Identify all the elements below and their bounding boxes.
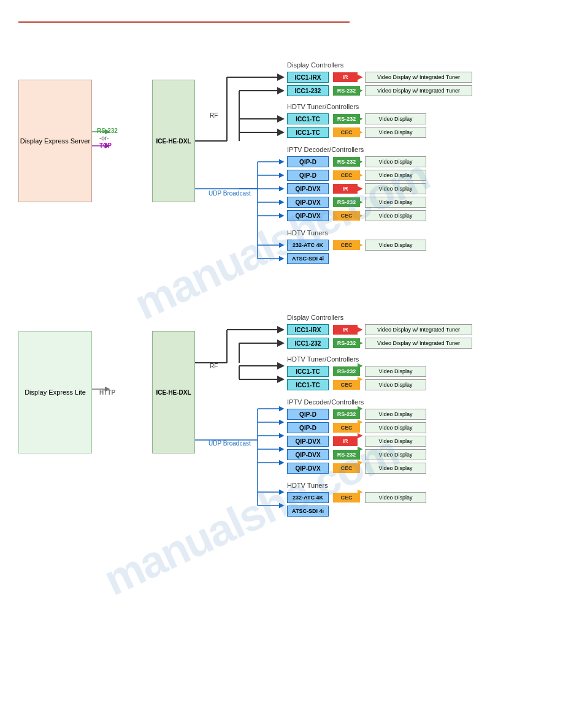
display-controllers-label-top: Display Controllers: [287, 61, 343, 69]
atscSdi-box-top: ATSC-SDI 4i: [287, 253, 329, 264]
rs232-sig-3-top: RS-232: [333, 157, 360, 167]
icc1tc1-box-bottom: ICC1-TC: [287, 366, 329, 377]
atscSdi-box-bottom: ATSC-SDI 4i: [287, 506, 329, 517]
server-label-top: Display Express Server: [20, 137, 90, 145]
ir-sig-1-top: IR: [333, 72, 358, 82]
output-1-bottom: Video Display w/ Integrated Tuner: [365, 324, 472, 335]
hdtv-tuners-label-bottom: HDTV Tuners: [287, 482, 328, 489]
icc1232-box-top: ICC1-232: [287, 85, 329, 96]
rs232-sig-4-bottom: RS-232: [333, 450, 360, 460]
iptv-decoder-label-top: IPTV Decoder/Controllers: [287, 146, 364, 153]
output-5-bottom: Video Display: [365, 409, 426, 420]
ir-sig-2-top: IR: [333, 184, 358, 194]
iptv-decoder-label-bottom: IPTV Decoder/Controllers: [287, 398, 364, 406]
output-3-bottom: Video Display: [365, 366, 426, 377]
output-6-top: Video Display: [365, 170, 426, 181]
tcp-label-top: TCP: [99, 142, 112, 149]
output-7-bottom: Video Display: [365, 436, 426, 447]
cec-sig-3-top: CEC: [333, 211, 360, 221]
cec-sig-3-bottom: CEC: [333, 463, 360, 473]
rf-label-top: RF: [210, 112, 218, 119]
rs232-label-top: RS-232: [97, 127, 118, 134]
icc1232-box-bottom: ICC1-232: [287, 338, 329, 349]
or-label-top: -or-: [99, 135, 109, 142]
output-4-top: Video Display: [365, 127, 426, 138]
icc1tc2-box-top: ICC1-TC: [287, 127, 329, 138]
output-10-bottom: Video Display: [365, 492, 426, 503]
hdtv-tuners-label-top: HDTV Tuners: [287, 229, 328, 237]
server-box-bottom: Display Express Lite: [18, 331, 92, 453]
qipdvx3-box-bottom: QIP-DVX: [287, 463, 329, 474]
udp-label-top: UDP Broadcast: [209, 190, 251, 197]
hdtv-tuner-label-bottom: HDTV Tuner/Controllers: [287, 355, 359, 363]
cec-sig-1-top: CEC: [333, 127, 360, 137]
ice-label-bottom: ICE-HE-DXL: [156, 389, 191, 396]
output-5-top: Video Display: [365, 156, 426, 167]
qipd1-box-bottom: QIP-D: [287, 409, 329, 420]
output-8-bottom: Video Display: [365, 449, 426, 460]
http-label-bottom: HTTP: [99, 389, 115, 396]
output-1-top: Video Display w/ Integrated Tuner: [365, 72, 472, 83]
server-label-bottom: Display Express Lite: [25, 389, 86, 396]
qipdvx1-box-top: QIP-DVX: [287, 183, 329, 194]
top-line: [18, 21, 350, 23]
page: manualshe.com manualshe.com Display Expr…: [0, 0, 563, 728]
icc1tc1-box-top: ICC1-TC: [287, 113, 329, 124]
rs232-sig-1-bottom: RS-232: [333, 338, 360, 348]
cec-sig-2-top: CEC: [333, 170, 360, 180]
icc1irx-box-top: ICC1-IRX: [287, 72, 329, 83]
qipd2-box-top: QIP-D: [287, 170, 329, 181]
output-9-top: Video Display: [365, 210, 426, 221]
cec-sig-2-bottom: CEC: [333, 423, 360, 433]
output-9-bottom: Video Display: [365, 463, 426, 474]
rs232-sig-2-bottom: RS-232: [333, 366, 360, 376]
rs232-sig-4-top: RS-232: [333, 197, 360, 207]
output-2-bottom: Video Display w/ Integrated Tuner: [365, 338, 472, 349]
hdtv-tuner-label-top: HDTV Tuner/Controllers: [287, 103, 359, 110]
qipd1-box-top: QIP-D: [287, 156, 329, 167]
qipdvx1-box-bottom: QIP-DVX: [287, 436, 329, 447]
output-4-bottom: Video Display: [365, 379, 426, 390]
atc4k-box-bottom: 232-ATC 4K: [287, 492, 329, 503]
rs232-sig-2-top: RS-232: [333, 114, 360, 124]
qipdvx2-box-top: QIP-DVX: [287, 197, 329, 208]
output-3-top: Video Display: [365, 113, 426, 124]
rs232-sig-1-top: RS-232: [333, 86, 360, 96]
icc1tc2-box-bottom: ICC1-TC: [287, 379, 329, 390]
output-10-top: Video Display: [365, 240, 426, 251]
display-controllers-label-bottom: Display Controllers: [287, 314, 343, 321]
rs232-sig-3-bottom: RS-232: [333, 409, 360, 419]
output-7-top: Video Display: [365, 183, 426, 194]
ir-sig-1-bottom: IR: [333, 325, 358, 335]
qipdvx2-box-bottom: QIP-DVX: [287, 449, 329, 460]
cec-sig-4-top: CEC: [333, 240, 360, 250]
qipdvx3-box-top: QIP-DVX: [287, 210, 329, 221]
qipd2-box-bottom: QIP-D: [287, 422, 329, 433]
udp-label-bottom: UDP Broadcast: [209, 440, 251, 447]
output-6-bottom: Video Display: [365, 422, 426, 433]
output-8-top: Video Display: [365, 197, 426, 208]
ice-box-top: ICE-HE-DXL: [152, 80, 195, 202]
cec-sig-1-bottom: CEC: [333, 380, 360, 390]
atc4k-box-top: 232-ATC 4K: [287, 240, 329, 251]
ir-sig-2-bottom: IR: [333, 436, 358, 446]
cec-sig-4-bottom: CEC: [333, 493, 360, 502]
ice-box-bottom: ICE-HE-DXL: [152, 331, 195, 453]
rf-label-bottom: RF: [210, 363, 218, 370]
icc1irx-box-bottom: ICC1-IRX: [287, 324, 329, 335]
ice-label-top: ICE-HE-DXL: [156, 138, 191, 145]
output-2-top: Video Display w/ Integrated Tuner: [365, 85, 472, 96]
server-box-top: Display Express Server: [18, 80, 92, 202]
